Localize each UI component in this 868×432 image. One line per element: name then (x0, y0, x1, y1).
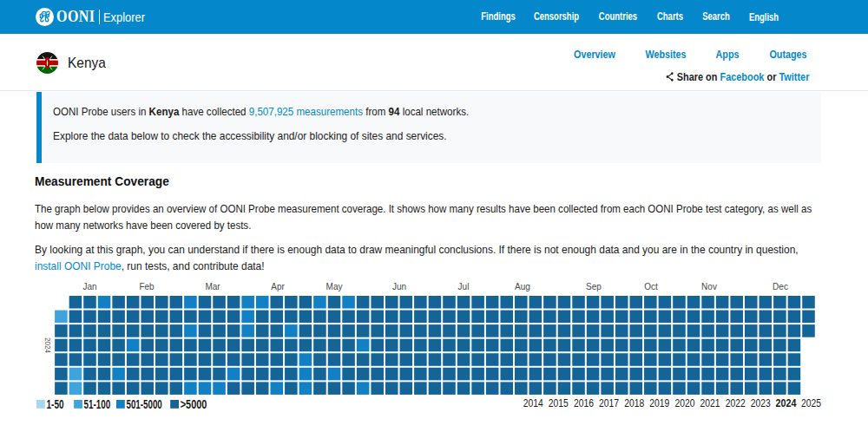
svg-text:2015: 2015 (549, 397, 569, 409)
svg-text:2024: 2024 (43, 337, 52, 353)
svg-text:Jan: Jan (82, 282, 96, 291)
svg-text:Mar: Mar (205, 282, 220, 291)
svg-text:>5000: >5000 (181, 397, 207, 411)
svg-text:1-50: 1-50 (47, 397, 64, 411)
svg-text:2020: 2020 (674, 397, 694, 409)
svg-text:Feb: Feb (139, 282, 155, 291)
svg-text:51-100: 51-100 (84, 397, 111, 411)
svg-text:501-5000: 501-5000 (127, 397, 162, 411)
svg-text:2017: 2017 (599, 397, 619, 409)
svg-text:2021: 2021 (700, 397, 720, 409)
svg-text:2022: 2022 (726, 397, 746, 409)
svg-text:2023: 2023 (751, 397, 771, 409)
svg-text:Jul: Jul (458, 282, 470, 291)
svg-text:2016: 2016 (574, 397, 594, 409)
svg-text:May: May (326, 282, 343, 291)
svg-text:2018: 2018 (624, 397, 644, 409)
svg-text:2025: 2025 (801, 397, 821, 409)
svg-text:Dec: Dec (773, 282, 788, 291)
svg-text:2024: 2024 (775, 397, 796, 409)
svg-text:Apr: Apr (271, 282, 285, 291)
svg-text:Nov: Nov (701, 282, 717, 291)
svg-text:Oct: Oct (644, 282, 658, 291)
svg-text:2019: 2019 (649, 397, 669, 409)
svg-text:Jun: Jun (392, 282, 406, 291)
svg-text:Sep: Sep (586, 282, 602, 291)
svg-text:Aug: Aug (515, 282, 530, 291)
svg-text:2014: 2014 (523, 397, 543, 409)
